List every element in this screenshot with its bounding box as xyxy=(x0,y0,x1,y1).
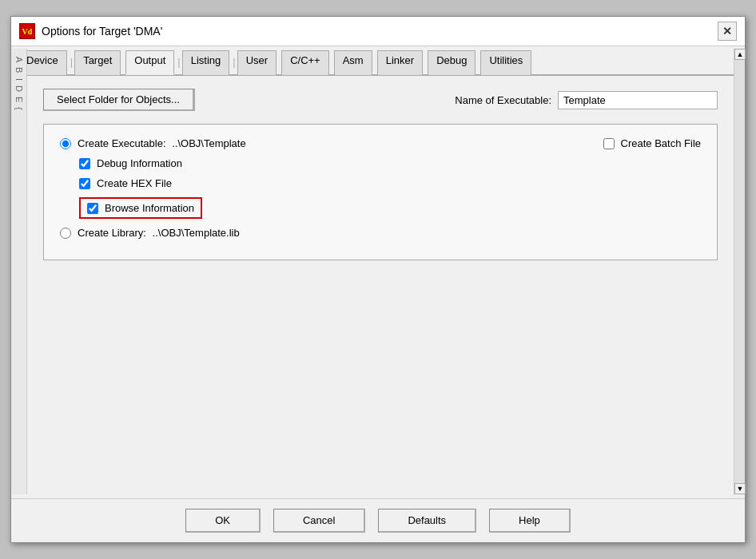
scroll-down-button[interactable]: ▼ xyxy=(734,483,746,494)
debug-information-label[interactable]: Debug Information xyxy=(97,157,182,169)
cancel-button[interactable]: Cancel xyxy=(273,509,365,533)
tab-target[interactable]: Target xyxy=(74,50,121,75)
debug-information-checkbox[interactable] xyxy=(79,158,90,169)
main-area: Select Folder for Objects... Name of Exe… xyxy=(27,76,734,286)
create-batch-file-label[interactable]: Create Batch File xyxy=(621,137,701,149)
help-button[interactable]: Help xyxy=(489,509,571,533)
create-executable-label[interactable]: Create Executable: ..\OBJ\Template xyxy=(78,137,246,149)
tab-strip: Device | Target Output | Listing | User … xyxy=(11,46,745,76)
dialog-content: Select Folder for Objects... Name of Exe… xyxy=(27,76,734,286)
scroll-up-button[interactable]: ▲ xyxy=(734,49,746,60)
browse-information-row: Browse Information xyxy=(79,197,701,219)
tab-utilities[interactable]: Utilities xyxy=(480,50,531,75)
button-bar: OK Cancel Defaults Help xyxy=(11,498,745,542)
tab-asm[interactable]: Asm xyxy=(334,50,372,75)
options-box: Create Executable: ..\OBJ\Template Debug… xyxy=(43,124,718,260)
create-hex-row: Create HEX File xyxy=(79,177,701,189)
title-bar: Vd Options for Target 'DMA' ✕ xyxy=(11,17,745,46)
executable-name-label: Name of Executable: xyxy=(455,94,551,106)
tab-linker[interactable]: Linker xyxy=(377,50,423,75)
defaults-button[interactable]: Defaults xyxy=(378,509,476,533)
dialog: Vd Options for Target 'DMA' ✕ Device | T… xyxy=(10,16,746,543)
app-icon: Vd xyxy=(19,23,35,39)
create-library-row: Create Library: ..\OBJ\Template.lib xyxy=(60,227,701,239)
tab-cpp[interactable]: C/C++ xyxy=(281,50,329,75)
create-batch-file-row: Create Batch File xyxy=(603,137,701,149)
executable-name-row: Name of Executable: xyxy=(211,91,718,109)
tab-listing[interactable]: Listing xyxy=(182,50,230,75)
right-scrollbar[interactable]: ▲ ▼ xyxy=(734,49,745,494)
left-sidebar: A B I D E { xyxy=(11,49,27,494)
tab-output[interactable]: Output xyxy=(125,50,174,75)
title-bar-left: Vd Options for Target 'DMA' xyxy=(19,23,162,39)
close-button[interactable]: ✕ xyxy=(718,22,737,41)
ok-button[interactable]: OK xyxy=(185,509,261,533)
create-library-label[interactable]: Create Library: ..\OBJ\Template.lib xyxy=(78,227,240,239)
tab-debug[interactable]: Debug xyxy=(428,50,475,75)
dialog-title: Options for Target 'DMA' xyxy=(42,25,162,38)
debug-information-row: Debug Information xyxy=(79,157,701,169)
select-folder-button[interactable]: Select Folder for Objects... xyxy=(43,89,195,111)
browse-information-checkbox[interactable] xyxy=(87,203,98,214)
tab-user[interactable]: User xyxy=(237,50,277,75)
browse-information-label[interactable]: Browse Information xyxy=(105,202,194,214)
top-row: Select Folder for Objects... Name of Exe… xyxy=(43,89,718,111)
browse-information-highlight: Browse Information xyxy=(79,197,202,219)
create-hex-label[interactable]: Create HEX File xyxy=(97,177,172,189)
create-executable-radio[interactable] xyxy=(60,138,71,149)
create-batch-file-checkbox[interactable] xyxy=(603,138,615,149)
executable-name-input[interactable] xyxy=(558,91,718,109)
create-library-radio[interactable] xyxy=(60,228,71,239)
create-hex-checkbox[interactable] xyxy=(79,178,90,189)
